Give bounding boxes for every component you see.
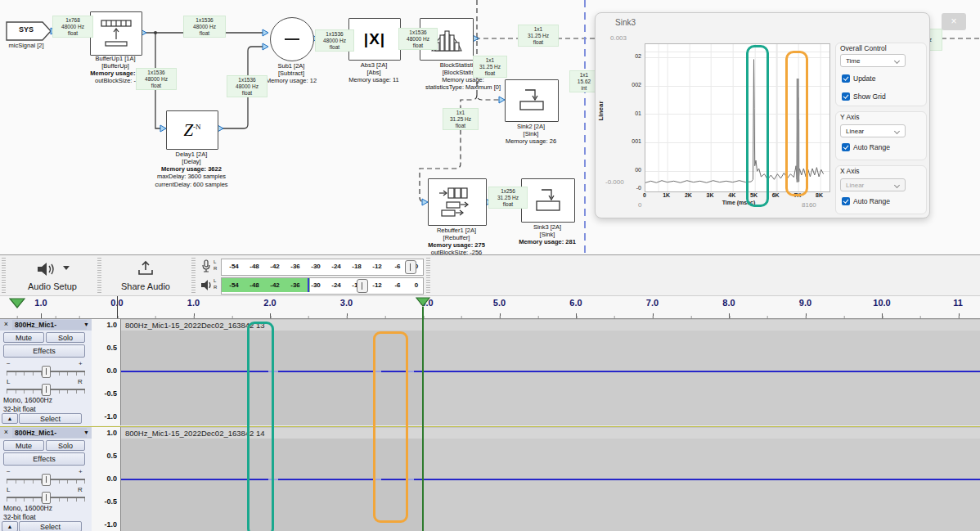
mute-button[interactable]: Mute xyxy=(3,332,44,343)
y-scale-dropdown[interactable]: Linear xyxy=(840,124,906,137)
audio-setup-button[interactable]: Audio Setup xyxy=(10,257,95,295)
teal-highlight-plot xyxy=(746,45,769,207)
domain-dropdown[interactable]: Time xyxy=(840,54,906,67)
track1-control-panel: × 800Hz_Mic1- ▼ Mute Solo Effects − + L … xyxy=(0,319,92,425)
track-close-button[interactable]: × xyxy=(2,428,11,437)
overall-control-title: Overall Control xyxy=(840,44,887,52)
signal-label: 1x153648000 Hzfloat xyxy=(183,16,226,38)
meter-channel-labels: LR xyxy=(214,277,217,291)
show-grid-checkbox[interactable]: Show Grid xyxy=(842,92,886,101)
block-rebuffer1[interactable] xyxy=(428,178,487,226)
dropdown-caret-icon xyxy=(63,266,70,271)
block-rebuffer1-caption: Rebuffer1 [2A] [Rebuffer] Memory usage: … xyxy=(407,227,506,257)
signal-label: 1x153648000 Hzfloat xyxy=(398,28,438,50)
pan-slider[interactable] xyxy=(42,384,51,396)
block-abs3[interactable]: |X| xyxy=(348,18,401,61)
x-tick: 0 xyxy=(635,192,654,198)
checkbox-checked[interactable] xyxy=(842,143,850,151)
teal-highlight-tracks xyxy=(247,322,274,531)
track1-vertical-ruler[interactable]: 1.0 0.5 0.0 -0.5 -1.0 xyxy=(92,319,121,425)
recording-meter[interactable]: -54 -48 -42 -36 -30 -24 -18 -12 -6 0 xyxy=(221,259,424,276)
pan-slider[interactable] xyxy=(42,492,51,504)
y-axis-title: Linear xyxy=(597,95,605,128)
select-button[interactable]: Select xyxy=(19,521,82,531)
mute-button[interactable]: Mute xyxy=(3,440,44,451)
checkbox-checked[interactable] xyxy=(842,197,850,205)
track-name[interactable]: 800Hz_Mic1- xyxy=(12,428,87,438)
orange-highlight-tracks xyxy=(373,331,408,523)
audacity-window: Audio Setup Share Audio LR -54 -48 -42 -… xyxy=(0,254,980,531)
toolbar-grip[interactable] xyxy=(426,258,430,294)
playback-meter[interactable]: -54 -48 -42 -36 -30 -24 -18 -12 -6 0 xyxy=(221,277,424,295)
sys-input-label[interactable]: SYS xyxy=(8,25,44,34)
track2-control-panel: × 800Hz_Mic1- ▼ Mute Solo Effects − + L … xyxy=(0,427,92,531)
x-tick: 4K xyxy=(722,192,742,198)
track-name[interactable]: 800Hz_Mic1- xyxy=(12,320,87,330)
gain-minus-label: − xyxy=(7,468,11,475)
block-delay1-caption: Delay1 [2A] [Delay] Memory usage: 3622 m… xyxy=(142,151,241,188)
solo-button[interactable]: Solo xyxy=(46,440,85,451)
signal-label: 1x153648000 Hzfloat xyxy=(315,29,354,52)
audio-track-2: 800Hz_Mic1-15_2022Dec02_163842 14 × 800H… xyxy=(0,426,980,531)
playback-speaker-icon xyxy=(200,279,212,291)
gain-slider[interactable] xyxy=(42,366,51,378)
effects-button[interactable]: Effects xyxy=(3,344,85,358)
playback-level-slider[interactable] xyxy=(357,279,368,293)
y-tick: 002 xyxy=(623,82,641,88)
share-audio-button[interactable]: Share Audio xyxy=(103,257,188,295)
collapse-button[interactable]: ▲ xyxy=(2,413,18,424)
gain-plus-label: + xyxy=(79,360,83,367)
track-menu-caret[interactable]: ▼ xyxy=(83,320,89,330)
track-title-bar[interactable]: × 800Hz_Mic1- ▼ xyxy=(0,319,92,331)
clip-after-playhead xyxy=(423,331,980,425)
solo-button[interactable]: Solo xyxy=(46,332,85,343)
signal-label: 1x131.25 Hzfloat xyxy=(443,108,479,130)
subtract-icon xyxy=(284,38,300,41)
track-menu-caret[interactable]: ▼ xyxy=(83,428,89,438)
track-format-info: Mono, 16000Hz32-bit float xyxy=(3,504,52,521)
pan-left-label: L xyxy=(7,378,10,385)
y-auto-range-checkbox[interactable]: Auto Range xyxy=(842,142,890,152)
gain-slider[interactable] xyxy=(42,474,51,486)
toolbar-grip[interactable] xyxy=(97,258,101,294)
playhead-triangle-icon[interactable] xyxy=(416,297,430,307)
y-range-min: -0.000 xyxy=(605,178,624,186)
close-button[interactable]: × xyxy=(942,13,966,30)
update-checkbox[interactable]: Update xyxy=(842,74,875,83)
y-tick: 02 xyxy=(623,53,641,59)
speaker-icon xyxy=(35,261,56,277)
x-tick: 8K xyxy=(810,192,829,198)
timeline-ruler[interactable]: 1.0 0.0 1.0 2.0 3.0 4.0 5.0 6.0 7.0 8.0 … xyxy=(0,296,980,320)
track-close-button[interactable]: × xyxy=(2,320,11,329)
block-sub1[interactable] xyxy=(270,17,314,61)
block-sink2[interactable] xyxy=(505,79,559,122)
rebuffer-icon xyxy=(437,186,478,218)
x-auto-range-checkbox[interactable]: Auto Range xyxy=(842,196,890,206)
sink-icon xyxy=(530,186,566,215)
delay-icon: Z-N xyxy=(183,120,200,141)
toolbar-grip[interactable] xyxy=(191,258,196,294)
block-delay1[interactable]: Z-N xyxy=(166,110,218,150)
block-bufferup1[interactable] xyxy=(90,11,142,56)
abs-icon: |X| xyxy=(364,30,385,48)
y-axis-title-label: Y Axis xyxy=(840,113,859,121)
collapse-button[interactable]: ▲ xyxy=(2,521,18,531)
x-tick: 2K xyxy=(678,192,698,198)
checkbox-checked[interactable] xyxy=(842,92,850,101)
track2-vertical-ruler[interactable]: 1.0 0.5 0.0 -0.5 -1.0 xyxy=(92,427,121,531)
recording-level-slider[interactable] xyxy=(405,260,416,274)
track-title-bar[interactable]: × 800Hz_Mic1- ▼ xyxy=(0,427,92,439)
x-axis-title-label: X Axis xyxy=(840,167,860,175)
block-sink3[interactable] xyxy=(521,178,575,223)
window-title: Sink3 xyxy=(615,18,636,27)
microphone-icon xyxy=(200,259,212,273)
playback-cursor-line xyxy=(422,307,424,531)
y-range-max: 0.003 xyxy=(610,34,627,42)
timeline-pin-icon[interactable] xyxy=(9,298,25,308)
effects-button[interactable]: Effects xyxy=(3,452,85,466)
toolbar-grip[interactable] xyxy=(2,258,6,294)
checkbox-checked[interactable] xyxy=(842,74,850,83)
orange-highlight-plot xyxy=(785,51,808,196)
track-format-info: Mono, 16000Hz32-bit float xyxy=(3,396,52,413)
select-button[interactable]: Select xyxy=(19,413,82,424)
